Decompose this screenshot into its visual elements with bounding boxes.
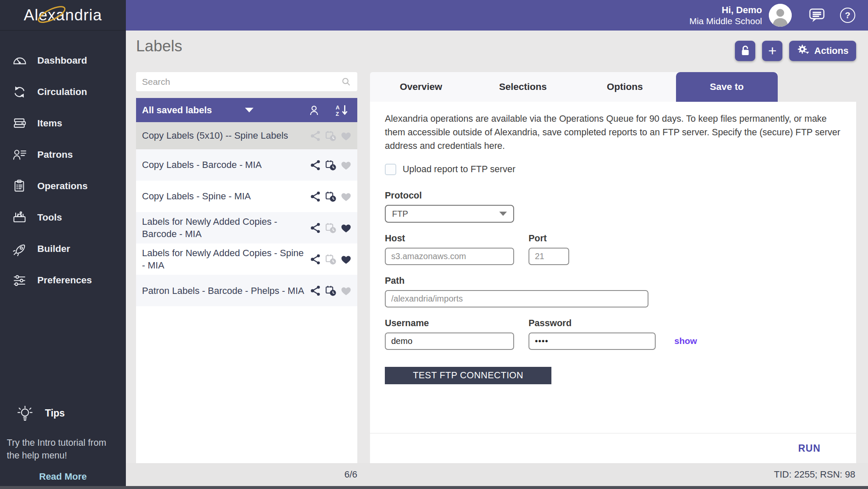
label-item-actions [310,159,352,171]
lock-button[interactable] [735,41,755,61]
label-list-item[interactable]: Copy Labels - Spine - MIA [136,181,357,212]
actions-button[interactable]: Actions [789,41,856,61]
page-title: Labels [136,37,182,55]
test-ftp-connection-button[interactable]: TEST FTP CONNECTION [385,367,551,384]
schedule-icon[interactable] [325,130,337,142]
saved-labels-filter[interactable]: All saved labels A Z [136,98,357,122]
label-list-item-title: Copy Labels (5x10) -- Spine Labels [142,129,310,142]
plus-icon: + [768,43,776,58]
favorite-icon[interactable] [340,222,352,234]
search-input[interactable] [142,77,341,87]
host-label: Host [385,233,514,244]
sidebar-item-operations[interactable]: Operations [0,170,126,202]
label-item-actions [310,191,352,202]
messages-icon[interactable] [809,8,826,23]
chevron-down-icon [245,108,253,112]
svg-text:Z: Z [336,110,339,116]
username-input[interactable] [385,333,514,350]
labels-column: All saved labels A Z Copy [136,72,357,463]
svg-text:A: A [336,104,339,110]
help-glyph: ? [845,10,851,20]
schedule-icon[interactable] [325,254,337,265]
username-label: Username [385,318,514,329]
sidebar-item-items[interactable]: Items [0,108,126,139]
label-list-item[interactable]: Copy Labels (5x10) -- Spine Labels [136,122,357,149]
label-list-item[interactable]: Labels for Newly Added Copies - Spine - … [136,243,357,275]
tips-header: Tips [6,405,120,422]
person-filter-icon[interactable] [308,104,320,116]
share-icon[interactable] [310,222,321,234]
gauge-icon [12,53,27,68]
upload-checkbox[interactable] [385,164,396,175]
label-list-item[interactable]: Copy Labels - Barcode - MIA [136,149,357,181]
run-button[interactable]: RUN [798,443,821,454]
tips-text: Try the Intro tutorial from the help men… [6,436,120,462]
host-input[interactable] [385,248,514,265]
path-input[interactable] [385,290,648,307]
tab-overview[interactable]: Overview [370,72,472,102]
favorite-icon[interactable] [340,254,352,265]
label-list-item[interactable]: Patron Labels - Barcode - Phelps - MIA [136,275,357,306]
protocol-select[interactable]: FTP [385,205,514,223]
person-list-icon [12,147,27,162]
share-icon[interactable] [310,159,321,171]
favorite-icon[interactable] [340,285,352,296]
schedule-icon[interactable] [325,285,337,296]
status-bar: 6/6 TID: 2255; RSN: 98 [126,463,868,486]
schedule-icon[interactable] [325,159,337,171]
label-item-actions [310,285,352,296]
favorite-icon[interactable] [340,159,352,171]
help-icon[interactable]: ? [840,8,855,23]
sidebar-item-label: Builder [37,243,70,254]
save-to-panel: Alexandria operations are available via … [370,102,856,463]
tab-save-to[interactable]: Save to [676,72,778,102]
save-to-description: Alexandria operations are available via … [385,112,848,153]
label-item-actions [310,222,352,234]
sidebar-item-circulation[interactable]: Circulation [0,76,126,108]
protocol-label: Protocol [385,190,856,201]
search-icon [341,77,351,87]
user-greeting: Hi, Demo [689,5,762,16]
bottom-edge-strip [0,486,868,489]
show-password-link[interactable]: show [674,336,697,346]
share-icon[interactable] [310,130,321,142]
panel-footer: RUN [370,433,856,463]
label-list-item-title: Labels for Newly Added Copies - Barcode … [142,215,310,240]
app-logo[interactable]: Alexandria [0,0,126,31]
favorite-icon[interactable] [340,130,352,142]
sidebar-nav: DashboardCirculationItemsPatronsOperatio… [0,31,126,296]
books-icon [12,116,27,131]
sidebar-item-label: Items [37,118,62,129]
sidebar-item-tools[interactable]: Tools [0,202,126,233]
share-icon[interactable] [310,285,321,296]
saved-labels-list: Copy Labels (5x10) -- Spine LabelsCopy L… [136,122,357,463]
schedule-icon[interactable] [325,191,337,202]
gear-icon [797,44,810,58]
tab-selections[interactable]: Selections [472,72,574,102]
share-icon[interactable] [310,254,321,265]
tips-title: Tips [45,408,65,419]
schedule-icon[interactable] [325,222,337,234]
label-list-item[interactable]: Labels for Newly Added Copies - Barcode … [136,212,357,243]
label-list-item-title: Copy Labels - Spine - MIA [142,190,310,202]
main-area: Labels + [126,31,868,489]
password-group: Password [529,318,656,350]
sidebar-item-preferences[interactable]: Preferences [0,265,126,296]
lightbulb-icon [16,405,34,422]
path-label: Path [385,276,856,286]
tab-options[interactable]: Options [574,72,676,102]
password-input[interactable] [529,333,656,350]
read-more-link[interactable]: Read More [6,471,120,482]
user-avatar[interactable] [769,4,792,27]
sidebar-item-patrons[interactable]: Patrons [0,139,126,170]
add-label-button[interactable]: + [762,41,782,61]
sidebar-item-dashboard[interactable]: Dashboard [0,45,126,76]
share-icon[interactable] [310,191,321,202]
circulation-icon [12,84,27,100]
favorite-icon[interactable] [340,191,352,202]
sidebar-item-builder[interactable]: Builder [0,233,126,265]
port-input[interactable] [529,248,569,265]
sidebar-item-label: Patrons [37,149,73,160]
rocket-icon [12,241,27,257]
sort-az-icon[interactable]: A Z [335,104,349,117]
